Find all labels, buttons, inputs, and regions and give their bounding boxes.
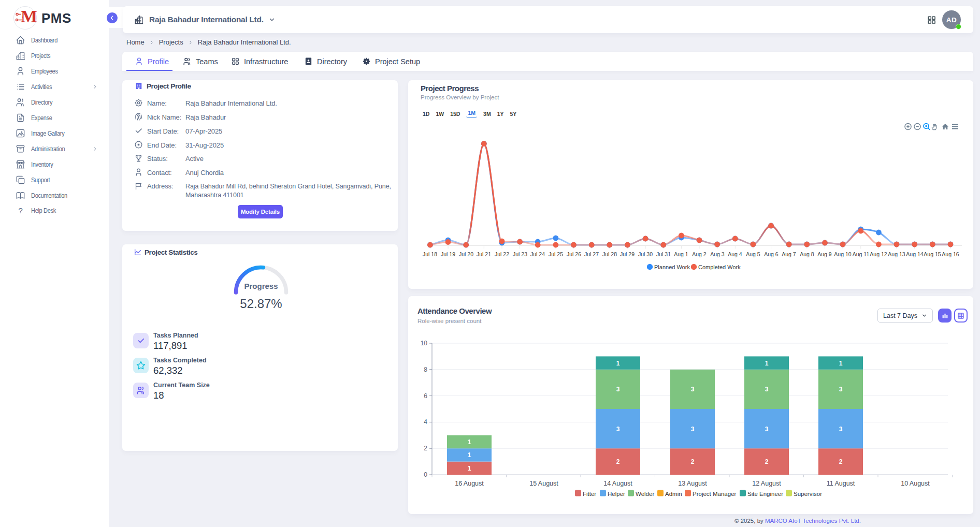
svg-text:Aug 2: Aug 2 [692,251,707,257]
svg-text:Aug 4: Aug 4 [728,251,742,257]
svg-text:Jul 21: Jul 21 [477,251,491,257]
svg-text:Aug 3: Aug 3 [710,251,725,257]
svg-text:Aug 14: Aug 14 [906,251,923,257]
svg-text:3: 3 [691,426,695,433]
svg-text:Fitter: Fitter [583,491,596,497]
svg-text:Jul 26: Jul 26 [567,251,581,257]
svg-text:Aug 16: Aug 16 [942,251,959,257]
svg-text:Jul 29: Jul 29 [620,251,635,257]
svg-text:2: 2 [839,458,843,465]
svg-text:Jul 27: Jul 27 [584,251,599,257]
svg-text:Aug 9: Aug 9 [817,251,832,257]
svg-text:15 August: 15 August [529,480,558,487]
svg-text:Aug 13: Aug 13 [888,251,905,257]
svg-text:6: 6 [424,392,427,400]
svg-text:3: 3 [839,386,843,393]
svg-text:1: 1 [616,360,620,367]
svg-text:1: 1 [839,360,843,367]
svg-text:Project Manager: Project Manager [693,491,737,497]
svg-text:Aug 7: Aug 7 [782,251,796,257]
svg-text:Site Engineer: Site Engineer [747,491,783,497]
svg-text:11 August: 11 August [827,480,855,487]
svg-text:Aug 10: Aug 10 [834,251,851,257]
svg-text:Jul 18: Jul 18 [423,251,437,257]
svg-text:Aug 5: Aug 5 [746,251,760,257]
svg-text:Aug 11: Aug 11 [853,251,870,257]
svg-text:Jul 24: Jul 24 [530,251,545,257]
svg-text:Aug 12: Aug 12 [870,251,887,257]
svg-text:Jul 19: Jul 19 [441,251,455,257]
svg-text:Jul 31: Jul 31 [656,251,671,257]
svg-text:3: 3 [765,426,769,433]
svg-text:3: 3 [616,426,620,433]
svg-text:2: 2 [691,458,695,465]
svg-text:Jul 22: Jul 22 [495,251,509,257]
svg-text:Welder: Welder [636,491,654,497]
svg-text:0: 0 [424,471,427,478]
svg-text:Aug 1: Aug 1 [674,251,688,257]
svg-text:Admin: Admin [665,491,682,497]
svg-text:14 August: 14 August [603,480,632,487]
svg-text:1: 1 [765,360,769,367]
svg-text:Aug 6: Aug 6 [764,251,779,257]
svg-text:Helper: Helper [608,491,625,497]
svg-text:Supervisor: Supervisor [794,491,822,497]
svg-text:Jul 30: Jul 30 [638,251,653,257]
svg-text:Planned Work: Planned Work [654,264,690,270]
svg-text:Aug 8: Aug 8 [800,251,814,257]
svg-text:Jul 20: Jul 20 [459,251,473,257]
svg-text:Jul 23: Jul 23 [513,251,527,257]
svg-text:10: 10 [421,340,428,347]
svg-text:3: 3 [691,386,695,393]
svg-text:4: 4 [424,418,427,426]
svg-text:12 August: 12 August [752,480,781,487]
svg-text:Aug 15: Aug 15 [924,251,941,257]
svg-text:8: 8 [424,366,427,373]
svg-text:16 August: 16 August [455,480,484,487]
svg-text:Jul 25: Jul 25 [549,251,563,257]
svg-text:1: 1 [468,438,471,446]
svg-text:10 August: 10 August [901,480,930,487]
svg-text:13 August: 13 August [678,480,707,487]
svg-text:2: 2 [424,445,427,452]
svg-text:3: 3 [616,386,620,393]
svg-text:Completed Work: Completed Work [698,264,741,270]
svg-text:3: 3 [839,426,843,433]
svg-text:1: 1 [468,451,471,459]
svg-text:2: 2 [616,458,620,465]
svg-text:3: 3 [765,386,769,393]
svg-text:2: 2 [765,458,769,465]
svg-text:Jul 28: Jul 28 [602,251,617,257]
svg-text:1: 1 [468,465,471,472]
